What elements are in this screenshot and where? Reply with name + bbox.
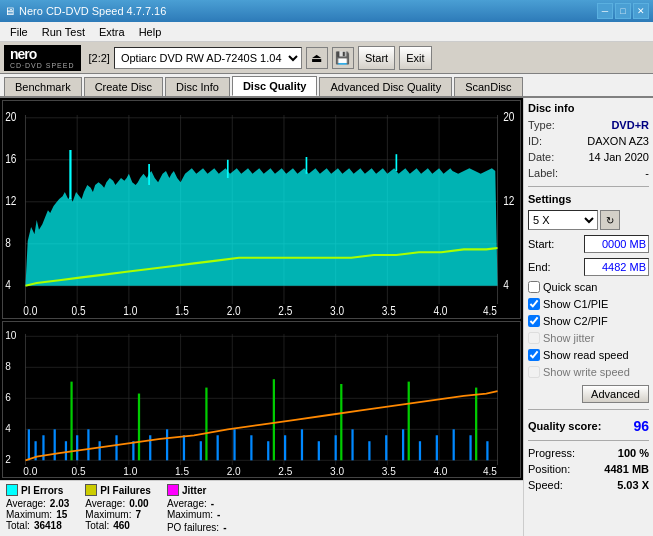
tab-advanced-disc-quality[interactable]: Advanced Disc Quality xyxy=(319,77,452,96)
speed-select[interactable]: 5 X 1 X 2 X 4 X 8 X xyxy=(528,210,598,230)
divider-2 xyxy=(528,409,649,410)
svg-text:0.0: 0.0 xyxy=(23,304,37,317)
svg-rect-90 xyxy=(335,435,337,460)
svg-rect-100 xyxy=(70,382,72,461)
svg-rect-79 xyxy=(149,435,151,460)
show-jitter-label: Show jitter xyxy=(543,332,594,344)
svg-rect-96 xyxy=(436,435,438,460)
start-button[interactable]: Start xyxy=(358,46,395,70)
svg-rect-98 xyxy=(469,435,471,460)
quality-score-row: Quality score: 96 xyxy=(528,418,649,434)
disc-label-row: Label: - xyxy=(528,167,649,179)
pi-errors-color xyxy=(6,484,18,496)
pi-failures-avg: Average: 0.00 xyxy=(85,498,151,509)
end-row: End: xyxy=(528,258,649,276)
jitter-max: Maximum: - xyxy=(167,509,227,520)
tab-benchmark[interactable]: Benchmark xyxy=(4,77,82,96)
chart-area: 20 16 12 8 4 20 12 4 xyxy=(0,98,523,536)
svg-rect-92 xyxy=(368,441,370,460)
pi-failures-label: PI Failures xyxy=(100,485,151,496)
drive-label: [2:2] xyxy=(89,52,110,64)
svg-text:1.0: 1.0 xyxy=(123,304,137,317)
title-bar: 🖥 Nero CD-DVD Speed 4.7.7.16 ─ □ ✕ xyxy=(0,0,653,22)
disc-type-label: Type: xyxy=(528,119,555,131)
show-c2-pif-row: Show C2/PIF xyxy=(528,315,649,327)
menu-file[interactable]: File xyxy=(4,24,34,40)
svg-text:20: 20 xyxy=(503,110,514,123)
speed-progress-row: Speed: 5.03 X xyxy=(528,479,649,491)
show-c2-pif-label: Show C2/PIF xyxy=(543,315,608,327)
svg-text:2: 2 xyxy=(5,453,11,464)
drive-select[interactable]: Optiarc DVD RW AD-7240S 1.04 xyxy=(114,47,302,69)
maximize-button[interactable]: □ xyxy=(615,3,631,19)
svg-text:1.5: 1.5 xyxy=(175,465,189,476)
close-button[interactable]: ✕ xyxy=(633,3,649,19)
svg-rect-86 xyxy=(267,441,269,460)
svg-rect-91 xyxy=(351,429,353,460)
svg-rect-105 xyxy=(408,382,410,461)
show-write-speed-label: Show write speed xyxy=(543,366,630,378)
pi-errors-total-value: 36418 xyxy=(34,520,62,531)
tab-disc-quality[interactable]: Disc Quality xyxy=(232,76,318,96)
quality-score-value: 96 xyxy=(633,418,649,434)
exit-button[interactable]: Exit xyxy=(399,46,431,70)
show-jitter-checkbox[interactable] xyxy=(528,332,540,344)
svg-text:3.0: 3.0 xyxy=(330,304,344,317)
position-label: Position: xyxy=(528,463,570,475)
refresh-icon[interactable]: ↻ xyxy=(600,210,620,230)
start-input[interactable] xyxy=(584,235,649,253)
advanced-button[interactable]: Advanced xyxy=(582,385,649,403)
svg-rect-78 xyxy=(132,441,134,460)
title-bar-icon: 🖥 xyxy=(4,5,15,17)
quick-scan-checkbox[interactable] xyxy=(528,281,540,293)
svg-rect-73 xyxy=(65,441,67,460)
tab-scan-disc[interactable]: ScanDisc xyxy=(454,77,522,96)
save-icon[interactable]: 💾 xyxy=(332,47,354,69)
svg-rect-102 xyxy=(205,388,207,461)
eject-icon[interactable]: ⏏ xyxy=(306,47,328,69)
show-c1-pie-checkbox[interactable] xyxy=(528,298,540,310)
menu-run-test[interactable]: Run Test xyxy=(36,24,91,40)
svg-text:10: 10 xyxy=(5,329,16,340)
end-input[interactable] xyxy=(584,258,649,276)
svg-text:20: 20 xyxy=(5,110,16,123)
pi-errors-label: PI Errors xyxy=(21,485,63,496)
svg-rect-82 xyxy=(200,441,202,460)
svg-text:12: 12 xyxy=(503,194,514,207)
pi-failures-max: Maximum: 7 xyxy=(85,509,151,520)
progress-row: Progress: 100 % xyxy=(528,447,649,459)
menu-help[interactable]: Help xyxy=(133,24,168,40)
pi-failures-max-value: 7 xyxy=(135,509,141,520)
menu-bar: File Run Test Extra Help xyxy=(0,22,653,42)
show-c1-pie-label: Show C1/PIE xyxy=(543,298,608,310)
tab-bar: Benchmark Create Disc Disc Info Disc Qua… xyxy=(0,74,653,98)
svg-rect-94 xyxy=(402,429,404,460)
pi-failures-max-label: Maximum: xyxy=(85,509,131,520)
settings-title: Settings xyxy=(528,193,649,205)
po-failures-value: - xyxy=(223,522,226,533)
svg-text:4.5: 4.5 xyxy=(483,465,497,476)
title-bar-text: Nero CD-DVD Speed 4.7.7.16 xyxy=(19,5,166,17)
svg-rect-83 xyxy=(217,435,219,460)
menu-extra[interactable]: Extra xyxy=(93,24,131,40)
show-read-speed-checkbox[interactable] xyxy=(528,349,540,361)
disc-label-label: Label: xyxy=(528,167,558,179)
svg-text:8: 8 xyxy=(5,360,11,371)
show-c2-pif-checkbox[interactable] xyxy=(528,315,540,327)
show-read-speed-row: Show read speed xyxy=(528,349,649,361)
pi-errors-max-label: Maximum: xyxy=(6,509,52,520)
pi-errors-total-label: Total: xyxy=(6,520,30,531)
tab-create-disc[interactable]: Create Disc xyxy=(84,77,163,96)
tab-disc-info[interactable]: Disc Info xyxy=(165,77,230,96)
svg-rect-95 xyxy=(419,441,421,460)
pi-failures-color xyxy=(85,484,97,496)
pi-failures-total-label: Total: xyxy=(85,520,109,531)
svg-rect-69 xyxy=(28,429,30,460)
show-write-speed-checkbox[interactable] xyxy=(528,366,540,378)
disc-type-row: Type: DVD+R xyxy=(528,119,649,131)
svg-rect-87 xyxy=(284,435,286,460)
show-write-speed-row: Show write speed xyxy=(528,366,649,378)
minimize-button[interactable]: ─ xyxy=(597,3,613,19)
svg-rect-103 xyxy=(273,379,275,460)
chart2-svg: 10 8 6 4 2 xyxy=(3,322,520,477)
